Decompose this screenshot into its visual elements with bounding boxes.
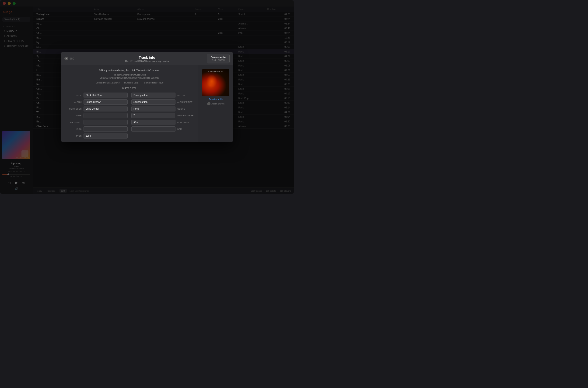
isrc-label: ISRC <box>65 128 82 130</box>
modal-header: ✕ ESC Track info Use UP and DOWN keys to… <box>61 52 233 65</box>
field-genre: GENRE <box>131 106 194 111</box>
isrc-input[interactable] <box>83 126 128 132</box>
publisher-input[interactable] <box>131 120 176 125</box>
copyright-input[interactable] <box>83 120 128 125</box>
field-date: DATE <box>65 113 128 118</box>
field-album: ALBUM <box>65 99 128 105</box>
field-tyer: TYER <box>65 133 128 139</box>
tyer-label: TYER <box>65 135 82 137</box>
date-label: DATE <box>65 115 82 117</box>
app-window: nuage ▪ LIBRARY LIBRARY ALBUMS SMART QUE… <box>0 0 294 194</box>
tracknumber-label: TRACKNUMBER <box>177 115 194 117</box>
soundgarden-album-art <box>202 69 229 96</box>
codec-label: Codec: MPEG 1 Layer 3 <box>96 81 120 84</box>
bpm-label: BPM <box>177 128 194 130</box>
esc-circle-icon: ✕ <box>64 57 68 60</box>
metadata-fields-left: TITLE ALBUM COMPOSER <box>65 93 128 139</box>
field-artist: ARTIST <box>131 93 194 98</box>
albumartist-input[interactable] <box>131 99 176 105</box>
title-input[interactable] <box>83 93 128 98</box>
artist-label: ARTIST <box>177 94 194 97</box>
overwrite-file-button[interactable]: Overwrite file Cmd + ENTER <box>207 54 230 63</box>
genre-label: GENRE <box>177 108 194 110</box>
metadata-fields-right: ARTIST ALBUMARTIST GENRE <box>131 93 194 139</box>
sample-rate-label: Sample rate: 44100 <box>144 81 164 84</box>
composer-input[interactable] <box>83 106 128 111</box>
modal-right-panel: Encoded in file i About artwork <box>198 65 233 142</box>
metadata-label: METADATA <box>65 87 194 90</box>
date-input[interactable] <box>83 113 128 118</box>
duration-label: Duration: 05:17 <box>124 81 140 84</box>
artist-input[interactable] <box>131 93 176 98</box>
bpm-input[interactable] <box>131 126 176 132</box>
file-path-2: Library/Soundgarden/Superunknown/07 Blac… <box>65 76 194 79</box>
artwork-display <box>202 69 229 96</box>
modal-subtitle: Use UP and DOWN keys to change tracks <box>125 60 169 63</box>
info-icon: i <box>207 102 210 105</box>
modal-title: Track info <box>139 55 155 59</box>
publisher-label: PUBLISHER <box>177 121 194 123</box>
album-input[interactable] <box>83 99 128 105</box>
field-albumartist: ALBUMARTIST <box>131 99 194 105</box>
codec-info: Codec: MPEG 1 Layer 3 Duration: 05:17 Sa… <box>65 81 194 84</box>
composer-label: COMPOSER <box>65 108 82 110</box>
about-artwork-button[interactable]: i About artwork <box>207 102 225 105</box>
metadata-grid: TITLE ALBUM COMPOSER <box>65 93 194 139</box>
field-title: TITLE <box>65 93 128 98</box>
field-publisher: PUBLISHER <box>131 120 194 125</box>
modal-left-panel: Edit any metadata below, then click "Ove… <box>61 65 198 142</box>
field-copyright: COPYRIGHT <box>65 120 128 125</box>
copyright-label: COPYRIGHT <box>65 121 82 123</box>
encoded-in-file-label[interactable]: Encoded in file <box>209 98 223 100</box>
field-bpm: BPM <box>131 126 194 132</box>
field-isrc: ISRC <box>65 126 128 132</box>
tyer-input[interactable] <box>83 133 128 139</box>
tracknumber-input[interactable] <box>131 113 175 118</box>
title-label: TITLE <box>65 94 82 97</box>
modal-overlay: ✕ ESC Track info Use UP and DOWN keys to… <box>0 0 294 194</box>
field-composer: COMPOSER <box>65 106 128 111</box>
genre-input[interactable] <box>131 106 176 111</box>
modal-body: Edit any metadata below, then click "Ove… <box>61 65 233 142</box>
albumartist-label: ALBUMARTIST <box>177 101 194 103</box>
field-tracknumber: TRACKNUMBER <box>131 113 194 118</box>
esc-button[interactable]: ✕ ESC <box>64 57 75 60</box>
file-path-1: File path: /Users/slav/Music/Music <box>65 73 194 76</box>
track-info-modal: ✕ ESC Track info Use UP and DOWN keys to… <box>61 52 233 142</box>
album-label: ALBUM <box>65 101 82 103</box>
modal-info-text: Edit any metadata below, then click "Ove… <box>65 69 194 72</box>
